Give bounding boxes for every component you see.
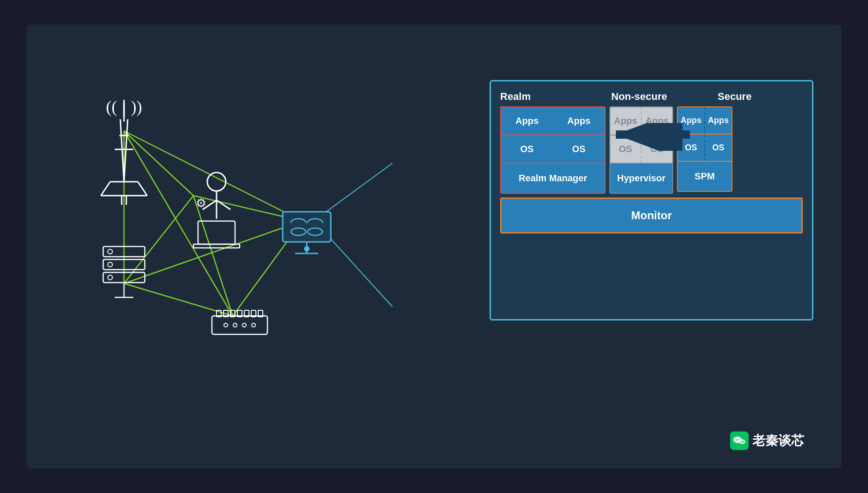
central-hub-icon xyxy=(283,212,331,253)
svg-point-64 xyxy=(736,439,737,441)
svg-line-20 xyxy=(138,182,147,196)
secure-os-row: OS OS xyxy=(677,134,732,161)
svg-point-47 xyxy=(224,323,228,327)
realm-os-1: OS xyxy=(501,136,553,163)
svg-rect-31 xyxy=(103,246,145,257)
svg-point-36 xyxy=(108,275,112,280)
nonsecure-column: Apps Apps OS OS Hypervisor xyxy=(609,106,673,194)
svg-point-67 xyxy=(741,441,742,442)
svg-point-50 xyxy=(252,323,255,327)
svg-point-24 xyxy=(207,173,226,191)
secure-os-2: OS xyxy=(705,135,732,161)
router-icon xyxy=(212,310,267,334)
watermark-text: 老秦谈芯 xyxy=(752,432,804,450)
svg-point-66 xyxy=(739,439,745,444)
svg-rect-51 xyxy=(283,212,331,242)
svg-rect-39 xyxy=(212,316,267,334)
nonsecure-os-1: OS xyxy=(610,136,642,163)
realm-header: Realm xyxy=(500,91,607,103)
realm-os-2: OS xyxy=(553,136,605,163)
network-diagram: ((❘)) ⚙ xyxy=(55,52,332,422)
hypervisor-cell: Hypervisor xyxy=(609,163,673,194)
monitor-row: Monitor xyxy=(500,197,803,234)
svg-line-19 xyxy=(101,182,110,196)
arch-box: Realm Non-secure Secure Apps Apps OS OS … xyxy=(490,80,813,320)
svg-point-65 xyxy=(738,439,740,441)
svg-point-68 xyxy=(743,441,744,442)
nonsecure-header: Non-secure xyxy=(607,91,713,103)
nonsecure-os-2: OS xyxy=(642,136,672,163)
nonsecure-apps-row: Apps Apps xyxy=(609,106,673,135)
realm-os-row: OS OS xyxy=(501,135,605,163)
realm-apps-row: Apps Apps xyxy=(501,107,605,135)
svg-line-14 xyxy=(124,119,128,182)
architecture-diagram: Realm Non-secure Secure Apps Apps OS OS … xyxy=(490,80,813,320)
spm-cell: SPM xyxy=(677,161,732,192)
realm-apps-1: Apps xyxy=(501,107,553,135)
svg-point-34 xyxy=(108,262,112,267)
secure-apps-row: Apps Apps xyxy=(677,106,732,134)
svg-point-49 xyxy=(242,323,246,327)
svg-rect-30 xyxy=(193,244,240,248)
secure-column: Apps Apps OS OS SPM xyxy=(677,106,732,194)
secure-apps-2: Apps xyxy=(705,107,732,134)
svg-line-27 xyxy=(217,200,230,210)
realm-apps-2: Apps xyxy=(553,107,605,135)
svg-point-60 xyxy=(304,246,310,252)
nonsecure-apps-1: Apps xyxy=(610,107,642,135)
tower-icon: ((❘)) xyxy=(101,98,147,205)
realm-column: Apps Apps OS OS Realm Manager xyxy=(500,106,606,194)
secure-os-1: OS xyxy=(678,135,705,161)
secure-apps-1: Apps xyxy=(678,107,705,134)
svg-point-32 xyxy=(108,249,112,254)
svg-rect-53 xyxy=(291,222,306,232)
person-laptop-icon: ⚙ xyxy=(193,173,240,248)
section-headers: Realm Non-secure Secure xyxy=(500,91,803,103)
svg-rect-56 xyxy=(308,222,322,232)
wechat-icon xyxy=(730,431,749,450)
nonsecure-apps-2: Apps xyxy=(642,107,672,135)
svg-point-48 xyxy=(233,323,237,327)
svg-rect-35 xyxy=(103,272,145,283)
nonsecure-os-row: OS OS xyxy=(609,135,673,163)
svg-rect-29 xyxy=(198,221,235,244)
svg-line-13 xyxy=(120,119,124,182)
server-stack-icon xyxy=(103,246,145,297)
realm-manager-cell: Realm Manager xyxy=(501,163,605,193)
svg-line-10 xyxy=(323,163,392,214)
svg-rect-33 xyxy=(103,259,145,270)
svg-line-11 xyxy=(323,230,392,307)
svg-text:⚙: ⚙ xyxy=(196,196,206,210)
watermark: 老秦谈芯 xyxy=(730,431,804,450)
secure-header: Secure xyxy=(713,91,796,103)
slide: ((❘)) ⚙ xyxy=(27,25,841,468)
main-grid: Apps Apps OS OS Realm Manager Apps Apps xyxy=(500,106,803,194)
